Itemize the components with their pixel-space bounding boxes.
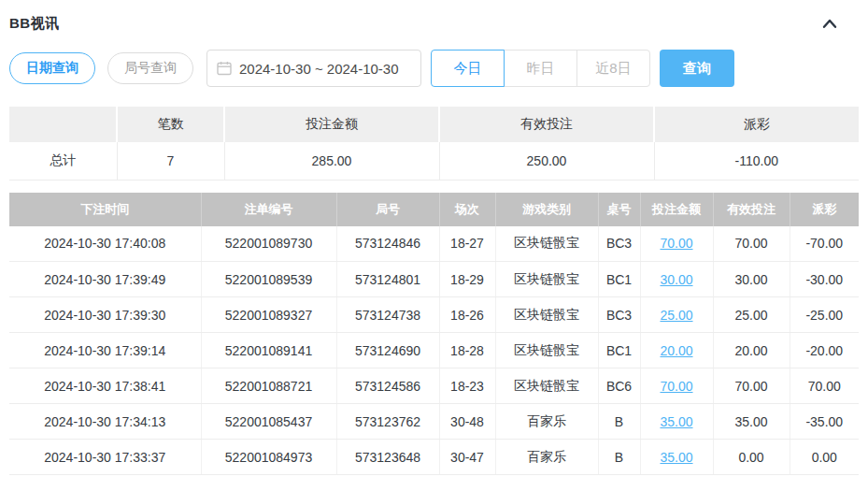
cell-bet-amount: 70.00 bbox=[640, 226, 713, 262]
summary-header-bet-amount: 投注金额 bbox=[224, 107, 439, 142]
panel-title: BB视讯 bbox=[9, 15, 60, 33]
cell-round-number: 573123648 bbox=[336, 440, 439, 475]
table-row: 2024-10-30 17:38:41522001088721573124586… bbox=[9, 368, 859, 404]
summary-header-empty bbox=[9, 107, 117, 142]
quick-filter-group: 今日 昨日 近8日 bbox=[431, 50, 650, 87]
cell-bet-time: 2024-10-30 17:39:14 bbox=[9, 333, 201, 368]
panel-header: BB视讯 bbox=[9, 0, 859, 35]
cell-payout: -25.00 bbox=[790, 297, 859, 333]
cell-round-number: 573124738 bbox=[336, 297, 439, 333]
cell-table-number: BC6 bbox=[598, 368, 640, 404]
summary-header-valid-bet: 有效投注 bbox=[439, 107, 654, 142]
summary-total-label: 总计 bbox=[9, 142, 117, 180]
cell-game-type: 百家乐 bbox=[495, 404, 598, 440]
cell-payout: -30.00 bbox=[790, 262, 859, 297]
cell-round-number: 573124801 bbox=[336, 262, 439, 297]
table-row: 2024-10-30 17:39:30522001089327573124738… bbox=[9, 297, 859, 333]
cell-order-number: 522001084973 bbox=[201, 440, 336, 475]
cell-bet-time: 2024-10-30 17:38:41 bbox=[9, 368, 201, 404]
cell-order-number: 522001089327 bbox=[201, 297, 336, 333]
cell-payout: -35.00 bbox=[790, 404, 859, 440]
header-bet-time: 下注时间 bbox=[9, 193, 201, 226]
cell-game-type: 区块链骰宝 bbox=[495, 262, 598, 297]
calendar-icon bbox=[217, 61, 232, 76]
cell-game-type: 区块链骰宝 bbox=[495, 333, 598, 368]
cell-order-number: 522001089141 bbox=[201, 333, 336, 368]
header-session: 场次 bbox=[439, 193, 495, 226]
quick-filter-last-8-days[interactable]: 近8日 bbox=[576, 50, 650, 87]
cell-table-number: B bbox=[598, 440, 640, 475]
bet-amount-link[interactable]: 35.00 bbox=[660, 450, 692, 465]
header-valid-bet: 有效投注 bbox=[713, 193, 790, 226]
collapse-button[interactable] bbox=[819, 15, 840, 32]
tab-round-query[interactable]: 局号查询 bbox=[107, 52, 193, 84]
cell-session: 18-28 bbox=[439, 333, 495, 368]
summary-header-payout: 派彩 bbox=[654, 107, 859, 142]
cell-order-number: 522001088721 bbox=[201, 368, 336, 404]
cell-valid-bet: 70.00 bbox=[713, 226, 790, 262]
cell-table-number: BC3 bbox=[598, 226, 640, 262]
cell-valid-bet: 35.00 bbox=[713, 404, 790, 440]
chevron-up-icon bbox=[821, 19, 838, 33]
cell-payout: 0.00 bbox=[790, 440, 859, 475]
cell-order-number: 522001089539 bbox=[201, 262, 336, 297]
bets-header-row: 下注时间 注单编号 局号 场次 游戏类别 桌号 投注金额 有效投注 派彩 bbox=[9, 193, 859, 226]
table-row: 2024-10-30 17:39:49522001089539573124801… bbox=[9, 262, 859, 297]
cell-valid-bet: 30.00 bbox=[713, 262, 790, 297]
table-row: 2024-10-30 17:39:14522001089141573124690… bbox=[9, 333, 859, 368]
header-game-type: 游戏类别 bbox=[495, 193, 598, 226]
cell-session: 30-48 bbox=[439, 404, 495, 440]
bet-amount-link[interactable]: 35.00 bbox=[660, 414, 692, 429]
cell-valid-bet: 0.00 bbox=[713, 440, 790, 475]
cell-table-number: BC3 bbox=[598, 297, 640, 333]
cell-bet-time: 2024-10-30 17:39:30 bbox=[9, 297, 201, 333]
bet-amount-link[interactable]: 30.00 bbox=[660, 272, 692, 287]
cell-session: 18-26 bbox=[439, 297, 495, 333]
cell-round-number: 573124846 bbox=[336, 226, 439, 262]
cell-table-number: B bbox=[598, 404, 640, 440]
summary-total-valid-bet: 250.00 bbox=[439, 142, 654, 180]
toolbar: 日期查询 局号查询 2024-10-30 ~ 2024-10-30 今日 昨日 … bbox=[9, 50, 859, 87]
bet-amount-link[interactable]: 70.00 bbox=[660, 379, 692, 394]
cell-payout: 70.00 bbox=[790, 368, 859, 404]
cell-game-type: 区块链骰宝 bbox=[495, 297, 598, 333]
cell-round-number: 573124690 bbox=[336, 333, 439, 368]
bet-amount-link[interactable]: 20.00 bbox=[660, 343, 692, 358]
header-round-number: 局号 bbox=[336, 193, 439, 226]
tab-date-query[interactable]: 日期查询 bbox=[9, 52, 95, 84]
cell-session: 18-23 bbox=[439, 368, 495, 404]
cell-bet-amount: 70.00 bbox=[640, 368, 713, 404]
search-button[interactable]: 查询 bbox=[660, 50, 734, 87]
cell-game-type: 区块链骰宝 bbox=[495, 226, 598, 262]
cell-bet-amount: 20.00 bbox=[640, 333, 713, 368]
bets-table-body: 2024-10-30 17:40:08522001089730573124846… bbox=[9, 226, 859, 475]
table-row: 2024-10-30 17:33:37522001084973573123648… bbox=[9, 440, 859, 475]
cell-valid-bet: 70.00 bbox=[713, 368, 790, 404]
bet-amount-link[interactable]: 25.00 bbox=[660, 308, 692, 323]
cell-payout: -20.00 bbox=[790, 333, 859, 368]
cell-session: 18-27 bbox=[439, 226, 495, 262]
cell-valid-bet: 20.00 bbox=[713, 333, 790, 368]
cell-order-number: 522001089730 bbox=[201, 226, 336, 262]
quick-filter-today[interactable]: 今日 bbox=[431, 50, 505, 87]
cell-bet-amount: 30.00 bbox=[640, 262, 713, 297]
header-table-number: 桌号 bbox=[598, 193, 640, 226]
cell-bet-amount: 25.00 bbox=[640, 297, 713, 333]
summary-header-count: 笔数 bbox=[117, 107, 224, 142]
bet-amount-link[interactable]: 70.00 bbox=[660, 236, 692, 251]
header-order-number: 注单编号 bbox=[201, 193, 336, 226]
quick-filter-yesterday[interactable]: 昨日 bbox=[504, 50, 577, 87]
header-payout: 派彩 bbox=[790, 193, 859, 226]
cell-round-number: 573124586 bbox=[336, 368, 439, 404]
date-range-input[interactable]: 2024-10-30 ~ 2024-10-30 bbox=[206, 50, 421, 87]
cell-bet-amount: 35.00 bbox=[640, 440, 713, 475]
summary-table: 笔数 投注金额 有效投注 派彩 总计 7 285.00 250.00 -110.… bbox=[9, 107, 859, 181]
cell-table-number: BC1 bbox=[598, 262, 640, 297]
cell-bet-time: 2024-10-30 17:39:49 bbox=[9, 262, 201, 297]
cell-bet-time: 2024-10-30 17:33:37 bbox=[9, 440, 201, 475]
bb-video-panel: BB视讯 日期查询 局号查询 2024-10-30 ~ 2024-10-30 今… bbox=[0, 0, 868, 475]
cell-round-number: 573123762 bbox=[336, 404, 439, 440]
bets-table: 下注时间 注单编号 局号 场次 游戏类别 桌号 投注金额 有效投注 派彩 202… bbox=[9, 193, 859, 476]
cell-order-number: 522001085437 bbox=[201, 404, 336, 440]
header-bet-amount: 投注金额 bbox=[640, 193, 713, 226]
